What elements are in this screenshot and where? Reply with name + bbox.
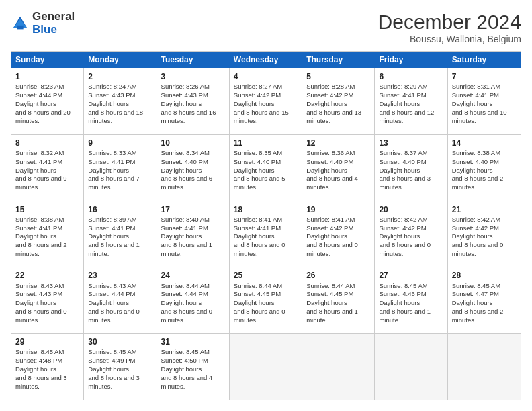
- day-number: 14: [452, 138, 517, 148]
- weekday-sunday: Sunday: [11, 52, 84, 68]
- day-number: 27: [379, 270, 443, 281]
- cell-info: Sunrise: 8:29 AMSunset: 4:41 PMDaylight …: [379, 83, 434, 124]
- table-row: 25 Sunrise: 8:44 AMSunset: 4:45 PMDaylig…: [230, 267, 302, 333]
- day-number: 12: [306, 138, 370, 148]
- table-row: 3 Sunrise: 8:26 AMSunset: 4:43 PMDayligh…: [157, 68, 230, 134]
- month-title: December 2024: [378, 11, 521, 34]
- calendar: Sunday Monday Tuesday Wednesday Thursday…: [11, 51, 521, 400]
- cell-info: Sunrise: 8:41 AMSunset: 4:41 PMDaylight …: [234, 216, 285, 257]
- title-block: December 2024 Boussu, Wallonia, Belgium: [378, 11, 521, 44]
- table-row: 10 Sunrise: 8:34 AMSunset: 4:40 PMDaylig…: [157, 135, 230, 201]
- table-row: 16 Sunrise: 8:39 AMSunset: 4:41 PMDaylig…: [84, 201, 157, 267]
- table-row: 8 Sunrise: 8:32 AMSunset: 4:41 PMDayligh…: [11, 135, 84, 201]
- day-number: 30: [88, 336, 152, 347]
- table-row: 9 Sunrise: 8:33 AMSunset: 4:41 PMDayligh…: [84, 135, 157, 201]
- table-row: [375, 334, 447, 400]
- day-number: 6: [379, 71, 443, 82]
- calendar-body: 1 Sunrise: 8:23 AMSunset: 4:44 PMDayligh…: [11, 68, 521, 400]
- calendar-row-5: 29 Sunrise: 8:45 AMSunset: 4:48 PMDaylig…: [11, 333, 521, 400]
- logo-blue-text: Blue: [32, 24, 75, 36]
- day-number: 11: [234, 138, 298, 148]
- calendar-row-2: 8 Sunrise: 8:32 AMSunset: 4:41 PMDayligh…: [11, 134, 521, 201]
- cell-info: Sunrise: 8:42 AMSunset: 4:42 PMDaylight …: [452, 216, 504, 257]
- day-number: 18: [234, 204, 298, 215]
- header: General Blue December 2024 Boussu, Wallo…: [11, 11, 521, 44]
- table-row: 18 Sunrise: 8:41 AMSunset: 4:41 PMDaylig…: [230, 201, 302, 267]
- table-row: 14 Sunrise: 8:38 AMSunset: 4:40 PMDaylig…: [448, 135, 521, 201]
- table-row: 17 Sunrise: 8:40 AMSunset: 4:41 PMDaylig…: [157, 201, 230, 267]
- table-row: 2 Sunrise: 8:24 AMSunset: 4:43 PMDayligh…: [84, 68, 157, 134]
- cell-info: Sunrise: 8:43 AMSunset: 4:44 PMDaylight …: [88, 282, 140, 324]
- logo-general-text: General: [32, 11, 75, 24]
- table-row: 24 Sunrise: 8:44 AMSunset: 4:44 PMDaylig…: [157, 267, 230, 333]
- weekday-tuesday: Tuesday: [157, 52, 230, 68]
- cell-info: Sunrise: 8:35 AMSunset: 4:40 PMDaylight …: [234, 149, 285, 191]
- cell-info: Sunrise: 8:28 AMSunset: 4:42 PMDaylight …: [306, 83, 361, 124]
- cell-info: Sunrise: 8:40 AMSunset: 4:41 PMDaylight …: [161, 216, 213, 257]
- calendar-row-4: 22 Sunrise: 8:43 AMSunset: 4:43 PMDaylig…: [11, 267, 521, 333]
- table-row: 22 Sunrise: 8:43 AMSunset: 4:43 PMDaylig…: [11, 267, 84, 333]
- cell-info: Sunrise: 8:37 AMSunset: 4:40 PMDaylight …: [379, 149, 431, 191]
- weekday-wednesday: Wednesday: [230, 52, 302, 68]
- table-row: 28 Sunrise: 8:45 AMSunset: 4:47 PMDaylig…: [448, 267, 521, 333]
- table-row: 29 Sunrise: 8:45 AMSunset: 4:48 PMDaylig…: [11, 334, 84, 400]
- table-row: 1 Sunrise: 8:23 AMSunset: 4:44 PMDayligh…: [11, 68, 84, 134]
- cell-info: Sunrise: 8:44 AMSunset: 4:45 PMDaylight …: [234, 282, 285, 324]
- weekday-friday: Friday: [375, 52, 447, 68]
- table-row: 19 Sunrise: 8:41 AMSunset: 4:42 PMDaylig…: [302, 201, 375, 267]
- day-number: 9: [88, 138, 152, 148]
- day-number: 4: [234, 71, 298, 82]
- weekday-thursday: Thursday: [302, 52, 375, 68]
- table-row: 7 Sunrise: 8:31 AMSunset: 4:41 PMDayligh…: [448, 68, 521, 134]
- table-row: 26 Sunrise: 8:44 AMSunset: 4:45 PMDaylig…: [302, 267, 375, 333]
- table-row: [448, 334, 521, 400]
- table-row: [302, 334, 375, 400]
- day-number: 8: [15, 138, 79, 148]
- table-row: 30 Sunrise: 8:45 AMSunset: 4:49 PMDaylig…: [84, 334, 157, 400]
- day-number: 24: [161, 270, 225, 281]
- day-number: 10: [161, 138, 225, 148]
- day-number: 23: [88, 270, 152, 281]
- cell-info: Sunrise: 8:39 AMSunset: 4:41 PMDaylight …: [88, 216, 140, 257]
- day-number: 21: [452, 204, 517, 215]
- table-row: 31 Sunrise: 8:45 AMSunset: 4:50 PMDaylig…: [157, 334, 230, 400]
- day-number: 1: [15, 71, 79, 82]
- weekday-monday: Monday: [84, 52, 157, 68]
- cell-info: Sunrise: 8:31 AMSunset: 4:41 PMDaylight …: [452, 83, 507, 124]
- day-number: 22: [15, 270, 79, 281]
- cell-info: Sunrise: 8:45 AMSunset: 4:49 PMDaylight …: [88, 348, 140, 390]
- day-number: 26: [306, 270, 370, 281]
- weekday-saturday: Saturday: [448, 52, 521, 68]
- cell-info: Sunrise: 8:38 AMSunset: 4:41 PMDaylight …: [15, 216, 67, 257]
- day-number: 25: [234, 270, 298, 281]
- cell-info: Sunrise: 8:27 AMSunset: 4:42 PMDaylight …: [234, 83, 289, 124]
- calendar-row-1: 1 Sunrise: 8:23 AMSunset: 4:44 PMDayligh…: [11, 68, 521, 134]
- table-row: 5 Sunrise: 8:28 AMSunset: 4:42 PMDayligh…: [302, 68, 375, 134]
- svg-rect-2: [17, 25, 23, 29]
- table-row: 20 Sunrise: 8:42 AMSunset: 4:42 PMDaylig…: [375, 201, 447, 267]
- day-number: 20: [379, 204, 443, 215]
- calendar-row-3: 15 Sunrise: 8:38 AMSunset: 4:41 PMDaylig…: [11, 201, 521, 267]
- logo-icon: [11, 14, 30, 33]
- cell-info: Sunrise: 8:45 AMSunset: 4:47 PMDaylight …: [452, 282, 504, 324]
- cell-info: Sunrise: 8:26 AMSunset: 4:43 PMDaylight …: [161, 83, 216, 124]
- page: General Blue December 2024 Boussu, Wallo…: [0, 0, 532, 411]
- cell-info: Sunrise: 8:42 AMSunset: 4:42 PMDaylight …: [379, 216, 431, 257]
- day-number: 31: [161, 336, 225, 347]
- calendar-header: Sunday Monday Tuesday Wednesday Thursday…: [11, 52, 521, 68]
- day-number: 2: [88, 71, 152, 82]
- cell-info: Sunrise: 8:33 AMSunset: 4:41 PMDaylight …: [88, 149, 140, 191]
- cell-info: Sunrise: 8:43 AMSunset: 4:43 PMDaylight …: [15, 282, 67, 324]
- cell-info: Sunrise: 8:44 AMSunset: 4:45 PMDaylight …: [306, 282, 358, 324]
- day-number: 28: [452, 270, 517, 281]
- cell-info: Sunrise: 8:24 AMSunset: 4:43 PMDaylight …: [88, 83, 143, 124]
- day-number: 13: [379, 138, 443, 148]
- table-row: 6 Sunrise: 8:29 AMSunset: 4:41 PMDayligh…: [375, 68, 447, 134]
- table-row: 21 Sunrise: 8:42 AMSunset: 4:42 PMDaylig…: [448, 201, 521, 267]
- day-number: 3: [161, 71, 225, 82]
- cell-info: Sunrise: 8:32 AMSunset: 4:41 PMDaylight …: [15, 149, 67, 191]
- table-row: 13 Sunrise: 8:37 AMSunset: 4:40 PMDaylig…: [375, 135, 447, 201]
- table-row: 11 Sunrise: 8:35 AMSunset: 4:40 PMDaylig…: [230, 135, 302, 201]
- table-row: [230, 334, 302, 400]
- day-number: 19: [306, 204, 370, 215]
